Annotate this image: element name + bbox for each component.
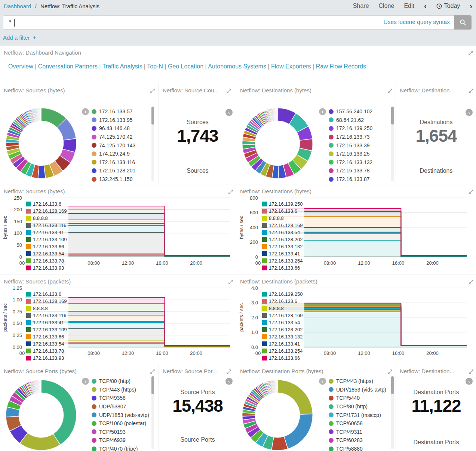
nav-link-geo-location[interactable]: Geo Location	[168, 63, 203, 70]
nav-link-autonomous-systems[interactable]: Autonomous Systems	[208, 63, 266, 70]
donut-slice[interactable]	[284, 414, 313, 448]
legend-item[interactable]: UDP/53807	[92, 402, 149, 411]
legend-item[interactable]: 172.16.133.93	[26, 355, 67, 362]
legend-item[interactable]: 172.16.133.254	[262, 347, 303, 355]
expand-icon[interactable]	[388, 369, 392, 373]
expand-icon[interactable]	[388, 88, 392, 92]
expand-icon[interactable]	[469, 88, 473, 92]
legend-item[interactable]: 132.245.1.150	[92, 175, 135, 184]
legend-item[interactable]: 172.16.139.250	[262, 291, 303, 298]
legend-item[interactable]: 8.8.8.8	[26, 215, 67, 222]
legend-item[interactable]: 172.16.133.41	[26, 319, 67, 326]
legend-item[interactable]: 172.16.133.6	[262, 298, 303, 305]
legend-item[interactable]: 172.16.133.54	[26, 340, 67, 347]
scrollbar-thumb[interactable]	[151, 107, 154, 125]
expand-icon[interactable]	[150, 88, 155, 92]
sources-bytes-donut-chart[interactable]	[4, 106, 79, 181]
legend-item[interactable]: TCP/46939	[92, 436, 149, 445]
legend-item[interactable]: 172.16.133.66	[26, 243, 67, 250]
legend-item[interactable]: 8.8.8.8	[26, 305, 67, 312]
expand-icon[interactable]	[227, 369, 231, 373]
legend-item[interactable]: 157.56.240.102	[329, 107, 372, 116]
legend-item[interactable]: TCP/80 (http)	[329, 402, 386, 411]
donut-slice[interactable]	[41, 380, 76, 445]
donut-slice[interactable]	[20, 433, 60, 450]
legend-item[interactable]: 172.16.133.66	[262, 264, 303, 271]
legend-collapse-button[interactable]: ›	[319, 378, 326, 385]
legend-item[interactable]: 174.129.24.9	[92, 150, 135, 158]
legend-item[interactable]: TCP/4070 (tripe)	[92, 445, 149, 451]
legend-item[interactable]: 172.16.133.109	[26, 236, 67, 243]
legend-item[interactable]: 172.16.128.202	[262, 326, 303, 333]
legend-item[interactable]: UDP/1853 (vids-avtp)	[329, 386, 386, 394]
search-input[interactable]	[9, 19, 189, 26]
donut-slice[interactable]	[277, 380, 313, 414]
scrollbar-thumb[interactable]	[391, 107, 394, 125]
timepicker-button[interactable]: Today	[436, 3, 460, 9]
legend-item[interactable]: 8.8.8.8	[262, 305, 303, 312]
expand-icon[interactable]	[150, 369, 155, 373]
legend-item[interactable]: TCP/443 (https)	[92, 386, 149, 394]
legend-item[interactable]: 172.16.133.57	[92, 107, 135, 116]
legend-item[interactable]: 68.64.21.62	[329, 116, 372, 125]
legend-item[interactable]: 8.8.8.8	[262, 215, 303, 222]
legend-collapse-button[interactable]: ‹	[466, 109, 473, 116]
legend-item[interactable]: TCP/60283	[329, 436, 386, 445]
legend-collapse-button[interactable]: ›	[82, 108, 89, 115]
legend-item[interactable]: 172.16.133.87	[329, 175, 372, 184]
legend-item[interactable]: 172.16.133.109	[26, 326, 67, 333]
legend-collapse-button[interactable]: ‹	[225, 378, 233, 385]
legend-collapse-button[interactable]: ‹	[466, 378, 473, 385]
add-filter-link[interactable]: Add a filter	[3, 34, 30, 41]
legend-item[interactable]: 172.16.128.169	[26, 298, 67, 305]
time-prev-button[interactable]: ‹	[424, 3, 427, 9]
legend-item[interactable]: 172.16.133.39	[329, 141, 372, 150]
legend-item[interactable]: 172.16.133.54	[26, 250, 67, 257]
legend-item[interactable]: 172.16.133.78	[329, 166, 372, 175]
legend-item[interactable]: TCP/443 (https)	[329, 377, 386, 386]
legend-item[interactable]: TCP/5440	[329, 394, 386, 402]
legend-item[interactable]: TCP/49358	[92, 394, 149, 402]
legend-item[interactable]: 172.16.133.116	[26, 312, 67, 319]
legend-item[interactable]: 172.16.133.78	[26, 257, 67, 264]
nav-link-raw-flow-records[interactable]: Raw Flow Records	[316, 63, 366, 70]
legend-item[interactable]: 172.16.133.25	[329, 150, 372, 158]
nav-link-flow-exporters[interactable]: Flow Exporters	[271, 63, 311, 70]
legend-item[interactable]: TCP/1731 (msiccp)	[329, 411, 386, 419]
donut-slice[interactable]	[242, 141, 255, 145]
legend-item[interactable]: TCP/50193	[92, 428, 149, 436]
legend-item[interactable]: 172.16.133.116	[92, 158, 135, 167]
legend-collapse-button[interactable]: ‹	[225, 109, 233, 116]
legend-item[interactable]: TCP/49311	[329, 428, 386, 436]
legend-item[interactable]: 172.16.133.6	[26, 291, 67, 298]
legend-item[interactable]: 172.16.133.54	[262, 229, 303, 236]
scrollbar-thumb[interactable]	[391, 376, 394, 394]
destination-ports-donut-chart[interactable]	[240, 378, 315, 451]
legend-item[interactable]: 172.16.133.95	[92, 116, 135, 125]
legend-item[interactable]: TCP/58880	[329, 445, 386, 451]
nav-link-traffic-analysis[interactable]: Traffic Analysis	[102, 63, 142, 70]
legend-item[interactable]: 172.16.133.132	[329, 158, 372, 167]
edit-button[interactable]: Edit	[404, 3, 414, 9]
expand-icon[interactable]	[227, 88, 231, 92]
legend-item[interactable]: 172.16.139.250	[329, 124, 372, 133]
legend-item[interactable]: UDP/1853 (vids-avtp)	[92, 411, 149, 419]
time-next-button[interactable]: ›	[470, 3, 472, 9]
scrollbar-thumb[interactable]	[151, 376, 154, 394]
legend-item[interactable]: 172.16.133.93	[26, 264, 67, 271]
legend-item[interactable]: 172.16.133.78	[26, 347, 67, 355]
clone-button[interactable]: Clone	[379, 3, 394, 9]
legend-item[interactable]: 96.43.146.48	[92, 124, 135, 133]
legend-item[interactable]: 172.16.139.250	[262, 200, 303, 208]
legend-item[interactable]: 172.16.133.6	[262, 208, 303, 215]
legend-item[interactable]: 172.16.133.254	[262, 257, 303, 264]
legend-item[interactable]: 172.16.128.202	[262, 236, 303, 243]
search-button[interactable]	[454, 15, 472, 30]
legend-item[interactable]: 172.16.133.66	[262, 355, 303, 362]
legend-item[interactable]: 74.125.170.42	[92, 133, 135, 141]
legend-item[interactable]: 172.16.133.6	[26, 200, 67, 208]
legend-item[interactable]: 172.16.133.41	[262, 250, 303, 257]
legend-item[interactable]: TCP/80 (http)	[92, 377, 149, 386]
source-ports-donut-chart[interactable]	[4, 378, 79, 451]
lucene-syntax-link[interactable]: Uses lucene query syntax	[384, 19, 450, 25]
